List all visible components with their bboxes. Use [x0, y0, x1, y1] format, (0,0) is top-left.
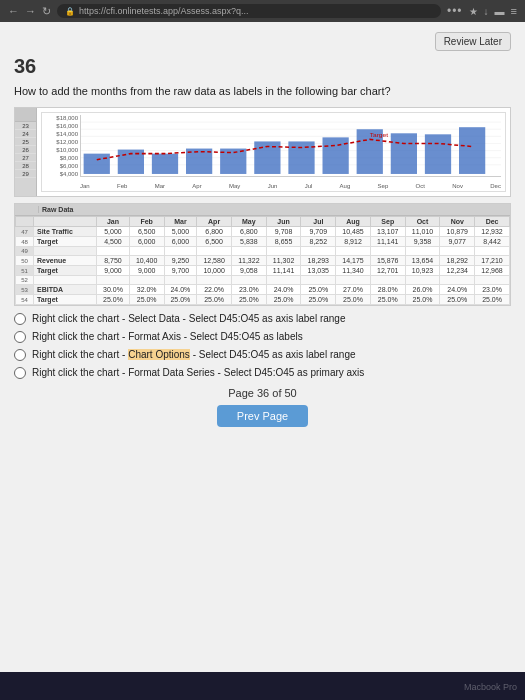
svg-rect-17 [425, 135, 451, 175]
page-indicator: Page 36 of 50 [14, 387, 511, 399]
col-header-sep: Sep [370, 217, 405, 227]
browser-chrome: ← → ↻ 🔒 https://cfi.onlinetests.app/Asse… [0, 0, 525, 22]
table-row: 54 Target 25.0% 25.0% 25.0% 25.0% 25.0% … [16, 295, 510, 305]
menu-dots[interactable]: ••• [447, 4, 463, 18]
col-header-apr: Apr [197, 217, 232, 227]
chart-svg: Target [81, 115, 501, 176]
chart-x-labels: Jan Feb Mar Apr May Jun Jul Aug Sep Oct … [80, 183, 501, 189]
radio-A[interactable] [14, 313, 26, 325]
watermark: Macbook Pro [464, 682, 517, 692]
table-row: 47 Site Traffic 5,000 6,500 5,000 6,800 … [16, 227, 510, 237]
question-number: 36 [14, 55, 511, 78]
svg-rect-14 [323, 138, 349, 175]
table-row: 53 EBITDA 30.0% 32.0% 24.0% 22.0% 23.0% … [16, 285, 510, 295]
col-header-aug: Aug [336, 217, 371, 227]
table-row: 51 Target 9,000 9,000 9,700 10,000 9,058… [16, 266, 510, 276]
extensions-icon[interactable]: ▬ [495, 6, 505, 17]
col-header-rownum [16, 217, 34, 227]
option-B-text: Right click the chart - Format Axis - Se… [32, 330, 511, 343]
back-icon[interactable]: ← [8, 5, 19, 17]
col-header-nov: Nov [440, 217, 475, 227]
svg-rect-18 [459, 128, 485, 175]
chart-area[interactable]: $18,000 $16,000 $14,000 $12,000 $10,000 … [37, 108, 510, 196]
chart-options-highlight: Chart Options [128, 349, 190, 360]
col-header-mar: Mar [164, 217, 197, 227]
col-header-label [34, 217, 97, 227]
review-later-button[interactable]: Review Later [435, 32, 511, 51]
bottom-nav: Page 36 of 50 Prev Page [14, 387, 511, 427]
url-bar[interactable]: 🔒 https://cfi.onlinetests.app/Assess.asp… [57, 4, 441, 18]
chart-y-labels: $18,000 $16,000 $14,000 $12,000 $10,000 … [42, 113, 80, 179]
chart-inner: $18,000 $16,000 $14,000 $12,000 $10,000 … [41, 112, 506, 192]
col-header-jun: Jun [266, 217, 301, 227]
radio-B[interactable] [14, 331, 26, 343]
chart-plot: Target [80, 115, 501, 177]
option-C[interactable]: Right click the chart - Chart Options - … [14, 348, 511, 361]
col-header-oct: Oct [405, 217, 440, 227]
svg-rect-7 [84, 154, 110, 174]
svg-text:Target: Target [370, 133, 389, 138]
options-section: Right click the chart - Select Data - Se… [14, 312, 511, 379]
svg-rect-16 [391, 134, 417, 175]
url-text: https://cfi.onlinetests.app/Assess.aspx?… [79, 6, 249, 16]
option-A[interactable]: Right click the chart - Select Data - Se… [14, 312, 511, 325]
table-row: 52 [16, 276, 510, 285]
table-header-row: Jan Feb Mar Apr May Jun Jul Aug Sep Oct … [16, 217, 510, 227]
option-D[interactable]: Right click the chart - Format Data Seri… [14, 366, 511, 379]
option-B[interactable]: Right click the chart - Format Axis - Se… [14, 330, 511, 343]
table-row: 48 Target 4,500 6,000 6,000 6,500 5,838 … [16, 237, 510, 247]
prev-page-button[interactable]: Prev Page [217, 405, 308, 427]
option-A-text: Right click the chart - Select Data - Se… [32, 312, 511, 325]
question-text: How to add the months from the raw data … [14, 84, 511, 99]
forward-icon[interactable]: → [25, 5, 36, 17]
option-C-text: Right click the chart - Chart Options - … [32, 348, 511, 361]
row-numbers-col: 23 24 25 26 27 28 29 [15, 108, 37, 196]
main-content: Review Later 36 How to add the months fr… [0, 22, 525, 672]
col-header-jul: Jul [301, 217, 336, 227]
col-header-dec: Dec [475, 217, 510, 227]
refresh-icon[interactable]: ↻ [42, 5, 51, 18]
radio-D[interactable] [14, 367, 26, 379]
col-header-may: May [231, 217, 266, 227]
raw-data-section-header: Raw Data [15, 204, 510, 216]
col-header-feb: Feb [129, 217, 164, 227]
table-row: 49 [16, 247, 510, 256]
data-table: Jan Feb Mar Apr May Jun Jul Aug Sep Oct … [15, 216, 510, 305]
chart-container: 23 24 25 26 27 28 29 $18,000 $16,000 $14… [14, 107, 511, 197]
bookmark-icon[interactable]: ★ [469, 6, 478, 17]
option-D-text: Right click the chart - Format Data Seri… [32, 366, 511, 379]
more-icon[interactable]: ≡ [511, 5, 517, 17]
svg-rect-13 [288, 142, 314, 175]
download-icon[interactable]: ↓ [484, 6, 489, 17]
spreadsheet-table-area: Raw Data Jan Feb Mar Apr May Jun Jul Aug… [14, 203, 511, 306]
lock-icon: 🔒 [65, 7, 75, 16]
table-row: 50 Revenue 8,750 10,400 9,250 12,580 11,… [16, 256, 510, 266]
col-header-jan: Jan [97, 217, 130, 227]
svg-rect-9 [152, 154, 178, 174]
radio-C[interactable] [14, 349, 26, 361]
